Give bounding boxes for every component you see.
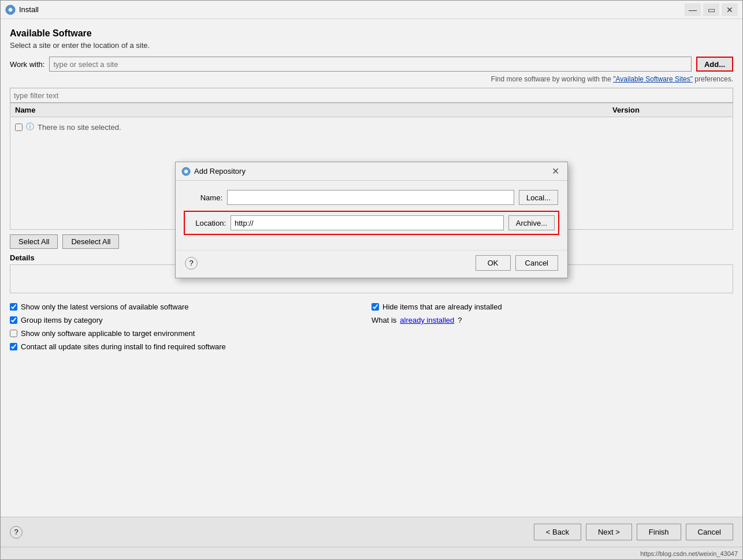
filter-input[interactable] [10,88,733,103]
local-button[interactable]: Local... [519,190,558,205]
window-icon [5,5,16,15]
dialog-location-row: Location: Archive... [188,215,555,230]
available-software-sites-link[interactable]: "Available Software Sites" [613,75,693,83]
svg-point-3 [184,170,188,173]
dialog-body: Name: Local... Location: Archive... [176,181,567,248]
close-button[interactable]: ✕ [722,3,738,16]
dialog-title-label: Add Repository [194,167,246,176]
title-bar: Install — ▭ ✕ [1,1,742,19]
bottom-bar: ? < Back Next > Finish Cancel [1,517,742,547]
page-header: Available Software Select a site or ente… [10,28,733,50]
bottom-right: < Back Next > Finish Cancel [534,524,733,540]
status-url: https://blog.csdn.net/weixin_43047 [640,550,738,557]
checkbox-latest-versions-label: Show only the latest versions of availab… [21,303,189,311]
what-is-prefix: What is [372,316,396,324]
column-version: Version [612,106,728,114]
window-controls: — ▭ ✕ [685,3,738,16]
next-button[interactable]: Next > [586,524,632,540]
cancel-button[interactable]: Cancel [686,524,733,540]
checkbox-contact-sites[interactable] [10,343,17,350]
window-title: Install [19,5,685,14]
checkbox-hide-installed[interactable] [372,303,379,311]
table-row: ⓘ There is no site selected. [15,122,728,132]
info-icon: ⓘ [26,122,34,132]
checkbox-latest-versions[interactable] [10,303,17,311]
work-with-row: Work with: Add... [10,57,733,72]
dialog-title-bar: Add Repository ✕ [176,162,567,181]
find-more-suffix: preferences. [693,75,733,83]
status-bar: https://blog.csdn.net/weixin_43047 [1,547,742,559]
already-installed-link[interactable]: already installed [400,316,454,324]
dialog-location-input[interactable] [231,215,504,230]
no-site-text: There is no site selected. [38,123,121,132]
dialog-location-label: Location: [188,219,226,227]
table-header: Name Version [10,103,733,117]
finish-button[interactable]: Finish [637,524,681,540]
dialog-ok-button[interactable]: OK [475,255,511,271]
dialog-help-button[interactable]: ? [185,257,198,270]
dialog-name-label: Name: [185,193,222,202]
select-all-button[interactable]: Select All [10,234,58,249]
add-repository-dialog: Add Repository ✕ Name: Local... Location… [175,162,568,278]
dialog-close-button[interactable]: ✕ [549,166,562,177]
page-title: Available Software [10,28,733,39]
minimize-button[interactable]: — [685,3,701,16]
checkbox-row-3: Show only software applicable to target … [10,329,372,338]
row-checkbox[interactable] [15,124,23,131]
find-more-text: Find more software by working with the [491,75,613,83]
back-button[interactable]: < Back [534,524,581,540]
maximize-button[interactable]: ▭ [703,3,719,16]
dialog-icon [181,167,191,176]
checkbox-target-env[interactable] [10,330,17,337]
help-button[interactable]: ? [10,526,23,539]
checkboxes-area: Show only the latest versions of availab… [10,303,733,353]
what-is-suffix: ? [458,316,462,324]
checkbox-group-category[interactable] [10,316,17,324]
column-name: Name [15,106,612,114]
archive-button[interactable]: Archive... [508,215,555,230]
checkbox-row-1: Show only the latest versions of availab… [10,303,372,311]
checkbox-row-hide: Hide items that are already installed [372,303,733,311]
checkbox-contact-sites-label: Contact all update sites during install … [21,342,226,351]
add-button[interactable]: Add... [696,57,733,72]
dialog-name-row: Name: Local... [185,190,558,205]
svg-point-1 [9,8,12,12]
checkbox-row-2: Group items by category [10,316,372,324]
checkbox-group-category-label: Group items by category [21,316,103,324]
checkbox-row-4: Contact all update sites during install … [10,342,372,351]
work-with-input[interactable] [49,57,691,72]
dialog-title-text: Add Repository [181,167,246,176]
find-more-row: Find more software by working with the "… [10,75,733,83]
dialog-help: ? [185,257,471,270]
work-with-label: Work with: [10,60,44,69]
dialog-location-highlighted: Location: Archive... [184,211,559,235]
dialog-name-input[interactable] [227,190,514,205]
dialog-footer: ? OK Cancel [176,250,567,278]
what-is-installed-row: What is already installed? [372,316,733,324]
main-window: Install — ▭ ✕ Available Software Select … [0,0,743,560]
page-subtitle: Select a site or enter the location of a… [10,41,733,50]
dialog-cancel-button[interactable]: Cancel [515,255,558,271]
deselect-all-button[interactable]: Deselect All [62,234,119,249]
bottom-left: ? [10,526,23,539]
checkbox-target-env-label: Show only software applicable to target … [21,329,195,338]
checkbox-hide-installed-label: Hide items that are already installed [382,303,502,311]
